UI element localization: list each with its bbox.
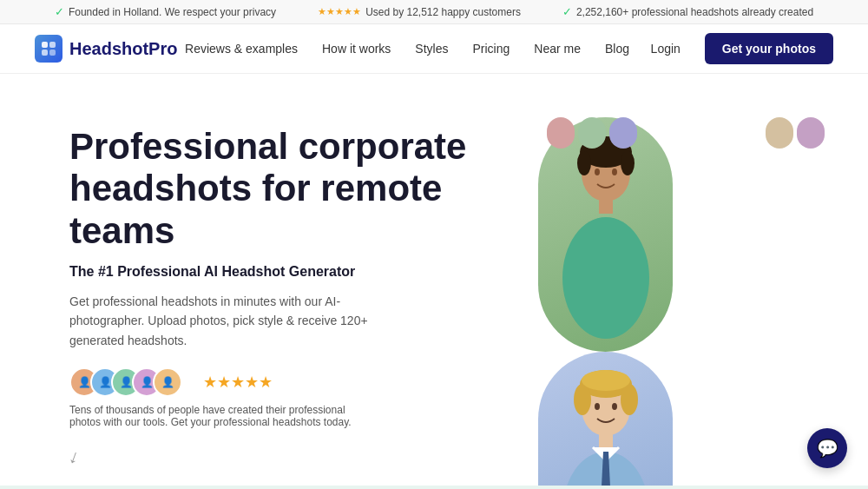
chat-icon: 💬 [817,438,838,459]
svg-point-8 [612,169,617,175]
stars-banner: ★★★★★ [318,6,361,17]
thumbs-top-right [766,117,825,149]
avatar-row: 👤 👤 👤 👤 👤 ★★★★★ [69,367,503,397]
banner-item-3: ✓ 2,252,160+ professional headshots alre… [562,5,813,18]
form-section: Company name Team size Create your team … [0,486,868,489]
nav-links: Reviews & examples How it works Styles P… [185,42,629,56]
nav-link-near[interactable]: Near me [534,42,581,56]
hero-subtitle: The #1 Professional AI Headshot Generato… [69,264,503,280]
social-proof-text: Tens of thousands of people have created… [69,404,365,428]
hero-left: Professional corporate headshots for rem… [69,126,503,486]
arrow-hint: ↓ [66,445,82,469]
chat-widget[interactable]: 💬 [807,428,847,468]
check-icon-3: ✓ [562,5,572,18]
banner-text-2: Used by 12,512 happy customers [365,6,521,18]
svg-point-6 [562,217,649,339]
hero-photos [538,117,833,378]
thumbs-top-left [547,117,637,149]
logo-text: HeadshotPro [69,39,177,59]
svg-rect-3 [49,50,56,56]
thumb-3 [609,117,637,149]
hero-right [503,126,816,486]
svg-rect-13 [599,433,613,448]
svg-point-19 [621,384,638,415]
svg-rect-1 [49,42,56,48]
nav-link-reviews[interactable]: Reviews & examples [185,42,298,56]
hero-description: Get professional headshots in minutes wi… [69,292,399,350]
svg-point-7 [595,169,600,175]
thumb-1 [547,117,575,149]
banner-item-2: ★★★★★ Used by 12,512 happy customers [318,5,521,18]
nav-link-styles[interactable]: Styles [415,42,448,56]
nav-link-blog[interactable]: Blog [605,42,629,56]
banner-item-1: ✓ Founded in Holland. We respect your pr… [55,5,276,18]
nav-right: Login Get your photos [637,33,833,64]
get-photos-button[interactable]: Get your photos [705,33,833,64]
login-button[interactable]: Login [637,35,694,63]
svg-point-16 [612,403,617,410]
thumb-2 [578,117,606,149]
svg-point-15 [595,403,600,410]
svg-rect-0 [42,42,48,48]
photo-person-left [538,117,673,352]
thumb-4 [766,117,793,149]
logo[interactable]: HeadshotPro [35,35,177,63]
svg-rect-2 [42,50,48,56]
svg-point-20 [582,370,630,391]
top-banner: ✓ Founded in Holland. We respect your pr… [0,0,868,24]
banner-text-3: 2,252,160+ professional headshots alread… [576,6,813,18]
thumb-5 [797,117,825,149]
svg-point-10 [577,151,591,175]
svg-rect-5 [599,198,613,214]
rating-stars: ★★★★★ [203,373,273,392]
hero-section: Professional corporate headshots for rem… [0,74,868,486]
hero-title: Professional corporate headshots for rem… [69,126,503,252]
photo-person-right [538,352,673,486]
avatar-5: 👤 [153,367,182,397]
logo-icon [35,35,62,63]
navbar: HeadshotPro Reviews & examples How it wo… [0,24,868,74]
svg-point-11 [621,151,635,175]
avatar-group: 👤 👤 👤 👤 👤 [69,367,182,397]
svg-point-18 [574,384,591,415]
check-icon-1: ✓ [55,5,64,18]
nav-link-pricing[interactable]: Pricing [472,42,510,56]
nav-link-how[interactable]: How it works [322,42,391,56]
banner-text-1: Founded in Holland. We respect your priv… [69,6,276,18]
